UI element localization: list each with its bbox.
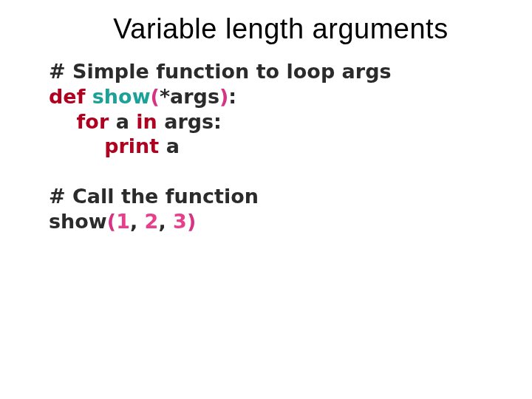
num: 1 — [116, 210, 130, 233]
comment-hash: # — [49, 185, 72, 208]
code-block: # Simple function to loop args def show(… — [49, 59, 392, 233]
slide-title: Variable length arguments — [30, 0, 532, 45]
indent — [49, 110, 77, 133]
kw-for: for — [77, 110, 109, 133]
call-name: show — [49, 210, 107, 233]
space — [129, 110, 136, 133]
space — [166, 210, 173, 233]
num: 2 — [145, 210, 159, 233]
space — [85, 85, 92, 108]
space — [137, 210, 144, 233]
var-a: a — [166, 134, 180, 157]
var-a: a — [116, 110, 129, 133]
comment-text: Call the function — [72, 185, 259, 208]
num: 3 — [173, 210, 187, 233]
space — [157, 110, 164, 133]
comment-hash: # — [49, 60, 72, 83]
paren-open: ( — [151, 85, 160, 108]
indent — [49, 134, 104, 157]
colon: : — [228, 85, 236, 108]
colon: : — [214, 110, 222, 133]
comma: , — [158, 210, 166, 233]
kw-in: in — [136, 110, 157, 133]
space — [159, 134, 166, 157]
blank-line — [49, 160, 55, 183]
paren-open: ( — [107, 210, 116, 233]
kw-print: print — [104, 134, 159, 157]
comment-text: Simple function to loop args — [72, 60, 392, 83]
slide: Variable length arguments # Simple funct… — [0, 0, 532, 399]
star: * — [160, 85, 170, 108]
comma: , — [130, 210, 137, 233]
var-args: args — [164, 110, 214, 133]
kw-def: def — [49, 85, 85, 108]
param-args: args — [170, 85, 219, 108]
space — [109, 110, 115, 133]
func-name: show — [92, 85, 151, 108]
paren-close: ) — [219, 85, 228, 108]
paren-close: ) — [187, 210, 196, 233]
